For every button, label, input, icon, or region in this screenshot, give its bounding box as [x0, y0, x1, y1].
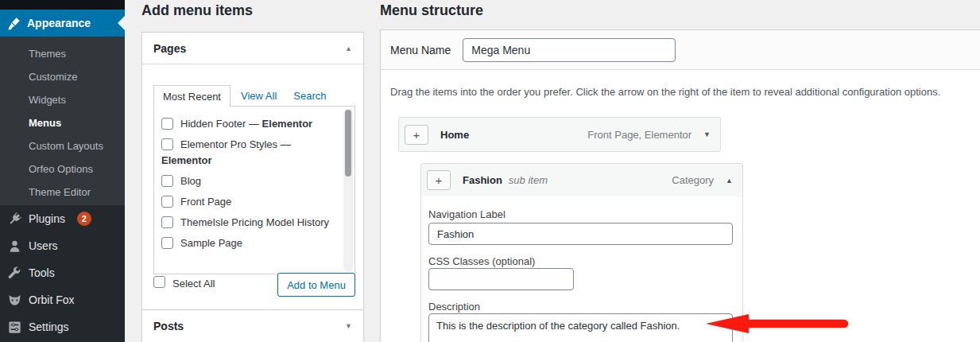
page-item-checkbox[interactable]	[161, 138, 173, 150]
pages-tab-links: View All Search	[241, 85, 327, 107]
collapse-arrow-icon[interactable]: ▲	[726, 177, 733, 185]
expand-arrow-icon[interactable]: ▼	[703, 130, 711, 138]
sidebar-item-theme-editor[interactable]: Theme Editor	[0, 181, 125, 204]
page-item-checkbox[interactable]	[161, 216, 173, 228]
select-all-checkbox[interactable]	[153, 276, 165, 288]
page-item-label-bold: Elementor	[262, 118, 313, 130]
drag-instructions-text: Drag the items into the order you prefer…	[390, 86, 940, 98]
expand-arrow-icon[interactable]: ▼	[345, 322, 352, 330]
user-icon	[7, 239, 22, 254]
settings-sliders-icon	[7, 320, 22, 335]
admin-sidebar: Appearance Themes Customize Widgets Menu…	[0, 0, 125, 342]
sidebar-item-users[interactable]: Users	[0, 232, 125, 259]
css-classes-label: CSS Classes (optional)	[428, 255, 535, 267]
plus-icon: +	[436, 174, 443, 186]
pages-checklist-panel: Hidden Footer — Elementor Elementor Pro …	[153, 106, 355, 274]
sidebar-item-tools[interactable]: Tools	[0, 259, 125, 286]
menu-name-row: Menu Name	[381, 30, 980, 70]
menu-structure-panel: Menu Name Drag the items into the order …	[380, 29, 980, 342]
scrollbar-thumb[interactable]	[345, 110, 351, 177]
page-item-checkbox[interactable]	[161, 175, 173, 187]
paintbrush-icon	[7, 17, 21, 30]
sidebar-item-plugins[interactable]: Plugins 2	[0, 205, 125, 232]
menu-item-title: Fashion	[463, 174, 502, 186]
page-item-checkbox[interactable]	[161, 196, 173, 208]
add-menu-items-heading: Add menu items	[141, 2, 253, 19]
pages-accordion-box: Pages ▲ Most Recent View All Search Hidd…	[141, 32, 364, 310]
menu-item-title: Home	[440, 129, 469, 141]
sidebar-item-menus[interactable]: Menus	[0, 111, 125, 134]
sidebar-item-label: Orbit Fox	[29, 293, 75, 306]
page-item[interactable]: Front Page	[161, 194, 334, 210]
sidebar-item-orfeo-options[interactable]: Orfeo Options	[0, 157, 125, 181]
fox-icon	[7, 293, 22, 308]
collapse-arrow-icon[interactable]: ▲	[345, 45, 352, 52]
sidebar-item-label: Settings	[29, 321, 69, 333]
admin-bar-strip	[0, 0, 125, 10]
menu-item-type-label: Front Page, Elementor	[587, 129, 691, 141]
add-sub-item-button[interactable]: +	[427, 170, 451, 190]
menu-name-input[interactable]	[463, 38, 676, 62]
sidebar-item-label: Users	[29, 239, 58, 252]
page-item-label: ThemeIsle Pricing Model History	[180, 216, 329, 228]
sidebar-item-widgets[interactable]: Widgets	[0, 88, 125, 111]
page-item-label: Sample Page	[180, 237, 242, 249]
sidebar-item-custom-layouts[interactable]: Custom Layouts	[0, 134, 125, 157]
page-item[interactable]: Blog	[161, 173, 334, 189]
menu-item-settings: Navigation Label CSS Classes (optional) …	[420, 196, 743, 342]
add-sub-item-button[interactable]: +	[405, 125, 428, 145]
page-item-label: Blog	[180, 175, 201, 187]
page-item[interactable]: Sample Page	[161, 235, 334, 251]
page-item-label-bold: Elementor	[161, 154, 212, 166]
page-item-label: Hidden Footer —	[180, 118, 262, 130]
posts-accordion-box: Posts ▼	[141, 309, 364, 342]
menu-structure-heading: Menu structure	[380, 2, 483, 19]
sidebar-item-customize[interactable]: Customize	[0, 65, 125, 88]
update-count-badge: 2	[77, 212, 91, 226]
page-item-checkbox[interactable]	[161, 237, 173, 249]
appearance-submenu: Themes Customize Widgets Menus Custom La…	[0, 37, 125, 205]
tab-most-recent[interactable]: Most Recent	[153, 85, 230, 107]
navigation-label-label: Navigation Label	[428, 208, 505, 220]
sidebar-item-label: Appearance	[27, 17, 91, 29]
sub-item-label: sub item	[509, 174, 548, 186]
wrench-icon	[7, 266, 22, 281]
sidebar-item-orbit-fox[interactable]: Orbit Fox	[0, 286, 125, 313]
description-textarea[interactable]: This is the description of the category …	[428, 313, 733, 342]
tab-view-all[interactable]: View All	[241, 90, 277, 102]
sidebar-item-label: Plugins	[29, 212, 65, 225]
tab-search[interactable]: Search	[293, 90, 326, 102]
pages-box-header[interactable]: Pages ▲	[142, 33, 363, 64]
plus-icon: +	[413, 129, 420, 141]
current-item-notch	[118, 16, 125, 30]
menu-name-label: Menu Name	[390, 44, 451, 56]
page-item[interactable]: Elementor Pro Styles — Elementor	[161, 137, 334, 169]
sidebar-item-label: Tools	[29, 266, 55, 279]
page-item-label: Elementor Pro Styles —	[180, 138, 291, 150]
css-classes-input[interactable]	[428, 268, 574, 290]
menu-item-fashion[interactable]: + Fashion sub item Category ▲	[420, 163, 743, 197]
posts-box-header[interactable]: Posts ▼	[142, 310, 363, 342]
wordpress-admin-menus-screen: Appearance Themes Customize Widgets Menu…	[0, 0, 980, 342]
plug-icon	[7, 212, 22, 227]
page-item[interactable]: ThemeIsle Pricing Model History	[161, 215, 334, 231]
sidebar-bottom-menu: Plugins 2 Users Tools Orbit	[0, 205, 125, 340]
sidebar-item-settings[interactable]: Settings	[0, 313, 125, 340]
posts-box-title: Posts	[153, 320, 184, 332]
page-item-checkbox[interactable]	[161, 118, 173, 130]
menu-item-home[interactable]: + Home Front Page, Elementor ▼	[398, 117, 721, 152]
page-item-label: Front Page	[180, 196, 231, 208]
add-to-menu-button[interactable]: Add to Menu	[277, 273, 355, 297]
menu-item-type-label: Category	[672, 174, 714, 186]
navigation-label-input[interactable]	[428, 223, 733, 245]
annotation-arrow	[704, 312, 850, 336]
sidebar-item-appearance[interactable]: Appearance	[0, 10, 125, 37]
sidebar-item-themes[interactable]: Themes	[0, 42, 125, 65]
page-item[interactable]: Hidden Footer — Elementor	[161, 116, 334, 132]
pages-box-title: Pages	[153, 42, 186, 55]
select-all-label: Select All	[172, 278, 215, 290]
description-label: Description	[428, 301, 480, 313]
